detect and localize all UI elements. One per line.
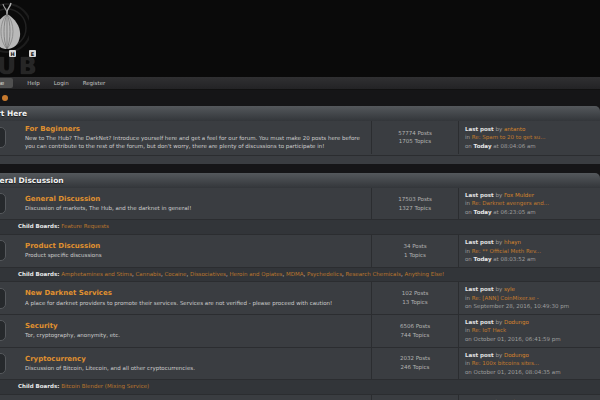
in-label: in [465,248,470,254]
board-index: Start Here R For Beginners New to The Hu… [0,106,600,400]
menu-item-help[interactable]: Help [27,80,40,86]
board-topics: 246 Topics [401,363,430,372]
board-link[interactable]: Product Discussion [25,242,365,251]
last-post-line2: in Re: 100x bitcoins sites... [465,359,596,368]
menu-item-home[interactable]: Home [0,78,13,88]
child-board-link[interactable]: Amphetamines and Stims [61,271,132,277]
board-info-cell: General Discussion Discussion of markets… [18,188,371,220]
board-status-icon: R [0,288,6,309]
child-boards-list: Amphetamines and Stims, Cannabis, Cocain… [61,271,444,277]
child-board-link[interactable]: Bitcoin Blender (Mixing Service) [61,383,149,389]
last-post-line1: Last post by antanto [465,125,596,134]
child-board-link[interactable]: Psychedelics [307,271,342,277]
board-stats-cell: 6506 Posts 744 Topics [371,315,459,347]
in-label: in [465,360,470,366]
forum-page: T H E HUB Home Help Login Register Start… [0,0,600,400]
board-status-icon: R [0,353,6,374]
last-post-user[interactable]: Fox Mulder [504,192,534,198]
last-post-line3: on Today at 06:23:05 am [465,208,596,217]
last-post-user[interactable]: antanto [504,126,525,132]
category-header[interactable]: Start Here [0,106,600,121]
last-post-label: Last post [465,239,494,245]
board-link[interactable]: New Darknet Services [25,289,365,298]
child-boards-strip: Child Boards: Feature Requests [0,219,600,234]
child-board-link[interactable]: Cannabis [136,271,161,277]
last-post-user[interactable]: syle [504,286,515,292]
board-description: Tor, cryptography, anonymity, etc. [25,332,365,339]
last-post-subject[interactable]: Re: 100x bitcoins sites... [472,360,539,366]
child-board-link[interactable]: Cocaine [164,271,186,277]
board-block: R General Discussion Discussion of marke… [0,188,600,234]
child-board-link[interactable]: Research Chemicals [346,271,401,277]
board-posts: 34 Posts [403,242,426,251]
child-board-link[interactable]: MDMA [286,271,304,277]
last-post-subject[interactable]: Re: Darknet avengers and... [472,200,549,206]
by-label: by [495,319,502,325]
site-logo[interactable]: T H E HUB [0,0,93,77]
on-label: on [465,369,472,375]
board-topics: 1327 Topics [399,204,431,213]
last-post-user[interactable]: Dodungo [504,352,529,358]
last-post-label: Last post [465,192,494,198]
menu-item-register[interactable]: Register [83,80,106,86]
category-header[interactable]: General Discussion [0,173,600,188]
last-post-subject[interactable]: Re: Spam to 20 to get su... [472,134,546,140]
board-block: R New Darknet Services A place for darkn… [0,281,600,314]
logo-letter-e: E [29,50,36,57]
child-board-link[interactable]: Heroin and Opiates [229,271,282,277]
child-board-link[interactable]: Feature Requests [61,223,109,229]
child-board-link[interactable]: Dissociatives [190,271,226,277]
last-post-time: October 01, 2016, 06:41:59 pm [474,336,561,342]
board-icon-cell: R [0,188,18,220]
board-row: R Security Tor, cryptography, anonymity,… [0,315,600,347]
board-row: R New Darknet Services A place for darkn… [0,282,600,314]
board-info-cell: Security Tor, cryptography, anonymity, e… [18,315,371,347]
board-posts: 2032 Posts [400,354,430,363]
board-status-icon: R [0,193,6,214]
child-boards-strip: Child Boards: Amphetamines and Stims, Ca… [0,267,600,282]
board-icon-cell: R [0,121,18,154]
site-header: T H E HUB [0,0,600,77]
child-boards-label: Child Boards: [18,383,59,389]
child-board-link[interactable]: Anything Else! [404,271,444,277]
board-description: Discussion of Bitcoin, Litecoin, and all… [25,365,365,372]
last-post-cell: Last post by Dodungo in Re: How to send?… [459,395,600,400]
board-link[interactable]: For Beginners [25,125,365,134]
last-post-cell: Last post by Dodungo in Re: 100x bitcoin… [459,348,600,380]
logo-letter-h: H [9,50,16,57]
last-post-subject[interactable]: Re: ** Official Meth Rev... [472,248,541,254]
board-icon-cell: R [0,235,18,267]
logo-the-letters: T H E [0,50,36,57]
menu-item-login[interactable]: Login [54,80,69,86]
last-post-label: Last post [465,319,494,325]
board-topics: 13 Topics [402,298,427,307]
board-link[interactable]: General Discussion [25,195,365,204]
board-posts: 57774 Posts [398,129,432,138]
last-post-line1: Last post by Dodungo [465,351,596,360]
in-label: in [465,327,470,333]
board-block: R Product Discussion Product specific di… [0,234,600,281]
board-link[interactable]: Security [25,322,365,331]
on-label: on [465,303,472,309]
category-section: General Discussion R General Discussion … [0,173,600,400]
child-boards-label: Child Boards: [18,223,59,229]
last-post-user[interactable]: hhayn [504,239,521,245]
last-post-subject[interactable]: Re: [ANN] CoinMixer.se - [472,295,539,301]
on-label: on [465,336,472,342]
breadcrumb-onion-icon[interactable] [2,95,8,101]
board-status-icon: R [0,320,6,341]
last-post-label: Last post [465,126,494,132]
board-link[interactable]: Cryptocurrency [25,355,365,364]
last-post-cell: Last post by antanto in Re: Spam to 20 t… [459,121,600,154]
last-post-line3: on October 01, 2016, 06:41:59 pm [465,335,596,344]
last-post-subject[interactable]: Re: IoT Hack [472,327,506,333]
board-row: R Cryptocurrency Discussion of Bitcoin, … [0,348,600,380]
last-post-time: at 08:04:06 am [493,143,535,149]
last-post-label: Last post [465,286,494,292]
by-label: by [495,126,502,132]
last-post-day: Today [474,209,492,215]
board-block: R Shipping Discussion of shipping and st… [0,394,600,400]
last-post-user[interactable]: Dodungo [504,319,529,325]
board-icon-cell: R [0,282,18,314]
on-label: on [465,143,472,149]
